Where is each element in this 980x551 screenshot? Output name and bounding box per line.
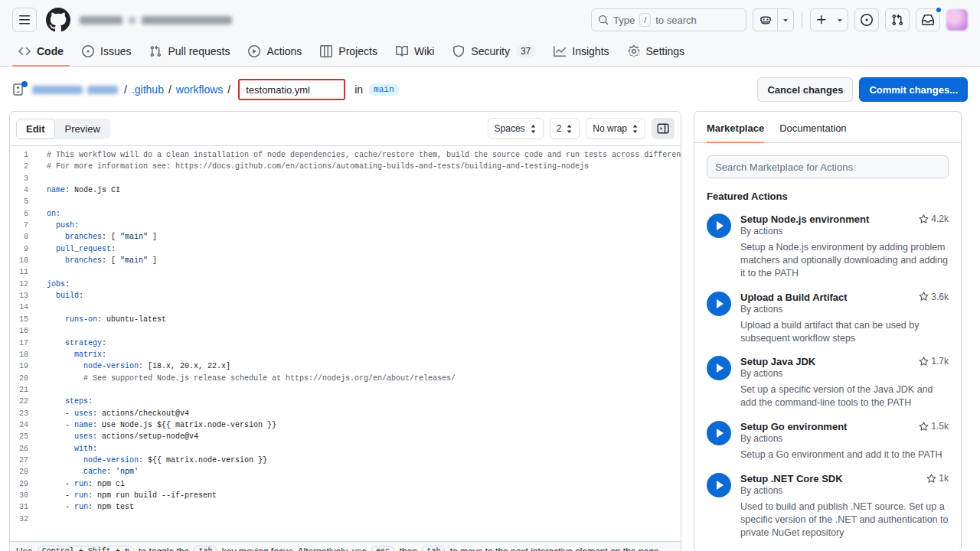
nav-tab-label: Code [37, 45, 64, 57]
line-number: 24 [10, 419, 39, 431]
code-line[interactable]: 2# For more information see: https://doc… [10, 161, 681, 172]
code-line[interactable]: 4name: Node.js CI [10, 184, 681, 196]
line-content: strategy: [39, 337, 681, 349]
code-line[interactable]: 8 branches: [ "main" ] [10, 231, 681, 243]
code-line[interactable]: 1# This workflow will do a clean install… [10, 149, 681, 161]
code-line[interactable]: 13 build: [10, 290, 681, 302]
code-line[interactable]: 23 - uses: actions/checkout@v4 [10, 408, 681, 419]
code-line[interactable]: 32 [10, 514, 681, 525]
branch-badge[interactable]: main [369, 83, 398, 96]
action-title[interactable]: Upload a Build Artifact [740, 292, 848, 303]
commit-changes-button[interactable]: Commit changes... [859, 77, 968, 102]
code-line[interactable]: 6on: [10, 208, 681, 220]
global-search-input[interactable]: Type / to search [591, 8, 746, 31]
issues-header-button[interactable] [854, 8, 879, 31]
play-circle-icon [707, 214, 731, 238]
line-content: cache: 'npm' [39, 466, 681, 478]
code-line[interactable]: 28 cache: 'npm' [10, 466, 681, 478]
code-line[interactable]: 5 [10, 196, 681, 207]
code-line[interactable]: 22 steps: [10, 396, 681, 407]
code-line[interactable]: 7 push: [10, 220, 681, 231]
code-line[interactable]: 17 strategy: [10, 337, 681, 349]
action-star-count: 3.6k [913, 292, 949, 302]
sort-arrows-icon [530, 125, 537, 133]
create-new-caret-button[interactable] [832, 9, 848, 31]
code-line[interactable]: 10 branches: [ "main" ] [10, 255, 681, 266]
marketplace-tabs: MarketplaceDocumentation [694, 112, 961, 143]
nav-tab-label: Issues [100, 45, 131, 57]
hamburger-menu-button[interactable] [12, 8, 37, 32]
action-title[interactable]: Setup Go environment [740, 421, 847, 432]
code-line[interactable]: 9 pull_request: [10, 243, 681, 255]
line-number: 14 [10, 302, 39, 313]
create-new-button[interactable] [811, 9, 832, 31]
action-title[interactable]: Setup Java JDK [740, 356, 815, 367]
action-title[interactable]: Setup .NET Core SDK [740, 473, 843, 484]
code-editor[interactable]: 1# This workflow will do a clean install… [10, 146, 681, 541]
pull-requests-header-button[interactable] [885, 8, 910, 31]
sidebar-collapse-button[interactable] [652, 118, 675, 139]
nav-tab-insights[interactable]: Insights [547, 38, 615, 66]
action-title[interactable]: Setup Node.js environment [740, 214, 869, 225]
code-line[interactable]: 21 [10, 384, 681, 396]
nav-tab-security[interactable]: Security37 [446, 38, 541, 66]
wrap-mode-select[interactable]: No wrap [586, 118, 645, 139]
indent-size-select[interactable]: 2 [550, 118, 580, 139]
marketplace-action-item[interactable]: Setup Java JDKBy actions1.7kSet up a spe… [707, 356, 949, 409]
code-line[interactable]: 31 - run: npm test [10, 501, 681, 513]
code-line[interactable]: 3 [10, 173, 681, 184]
copilot-menu-caret-button[interactable] [778, 9, 793, 31]
user-avatar[interactable] [946, 9, 968, 31]
code-line[interactable]: 11 [10, 266, 681, 278]
breadcrumb-segment-workflows[interactable]: workflows [176, 83, 223, 96]
code-line[interactable]: 25 uses: actions/setup-node@v4 [10, 431, 681, 442]
marketplace-tab-marketplace[interactable]: Marketplace [707, 122, 764, 142]
cancel-changes-button[interactable]: Cancel changes [757, 77, 853, 102]
code-line[interactable]: 14 [10, 302, 681, 313]
marketplace-search-input[interactable] [707, 155, 949, 178]
nav-tab-pull-requests[interactable]: Pull requests [143, 38, 236, 66]
nav-tab-projects[interactable]: Projects [314, 38, 384, 66]
code-line[interactable]: 24 - name: Use Node.js ${{ matrix.node-v… [10, 419, 681, 431]
code-line[interactable]: 12jobs: [10, 279, 681, 290]
code-line[interactable]: 26 with: [10, 443, 681, 455]
github-logo-icon[interactable] [46, 8, 70, 32]
nav-tab-issues[interactable]: Issues [76, 38, 137, 66]
filename-input[interactable] [238, 79, 345, 100]
code-line[interactable]: 19 node-version: [18.x, 20.x, 22.x] [10, 360, 681, 372]
code-line[interactable]: 20 # See supported Node.js release sched… [10, 373, 681, 384]
git-pull-request-icon [891, 14, 903, 26]
nav-tab-wiki[interactable]: Wiki [390, 38, 440, 66]
breadcrumb-segment-github[interactable]: .github [132, 83, 164, 96]
line-number: 15 [10, 314, 39, 325]
tab-edit[interactable]: Edit [16, 119, 55, 139]
line-number: 16 [10, 325, 39, 337]
code-line[interactable]: 18 matrix: [10, 349, 681, 360]
line-number: 9 [10, 243, 39, 255]
code-line[interactable]: 30 - run: npm run build --if-present [10, 490, 681, 501]
line-number: 5 [10, 196, 39, 207]
marketplace-tab-documentation[interactable]: Documentation [779, 122, 846, 142]
play-circle-icon [707, 292, 731, 316]
tab-preview[interactable]: Preview [55, 119, 110, 139]
action-description: Set up a specific version of the Java JD… [740, 383, 949, 409]
code-line[interactable]: 15 runs-on: ubuntu-latest [10, 314, 681, 325]
line-content: uses: actions/setup-node@v4 [39, 431, 681, 442]
code-line[interactable]: 29 - run: npm ci [10, 478, 681, 490]
indent-mode-select[interactable]: Spaces [488, 118, 544, 139]
redacted-repo-name[interactable] [32, 86, 118, 94]
kbd-shortcut: tab [194, 546, 217, 551]
nav-tab-label: Wiki [414, 45, 434, 57]
nav-tab-code[interactable]: Code [12, 38, 70, 66]
nav-tab-actions[interactable]: Actions [242, 38, 308, 66]
line-number: 4 [10, 184, 39, 196]
code-line[interactable]: 16 [10, 325, 681, 337]
marketplace-action-item[interactable]: Setup .NET Core SDKBy actions1kUsed to b… [707, 473, 949, 540]
star-icon [919, 422, 929, 432]
marketplace-action-item[interactable]: Upload a Build ArtifactBy actions3.6kUpl… [707, 292, 949, 345]
marketplace-action-item[interactable]: Setup Go environmentBy actions1.5kSetup … [707, 421, 949, 461]
marketplace-action-item[interactable]: Setup Node.js environmentBy actions4.2kS… [707, 214, 949, 280]
copilot-button[interactable] [753, 9, 778, 31]
nav-tab-settings[interactable]: Settings [622, 38, 691, 66]
code-line[interactable]: 27 node-version: ${{ matrix.node-version… [10, 455, 681, 466]
